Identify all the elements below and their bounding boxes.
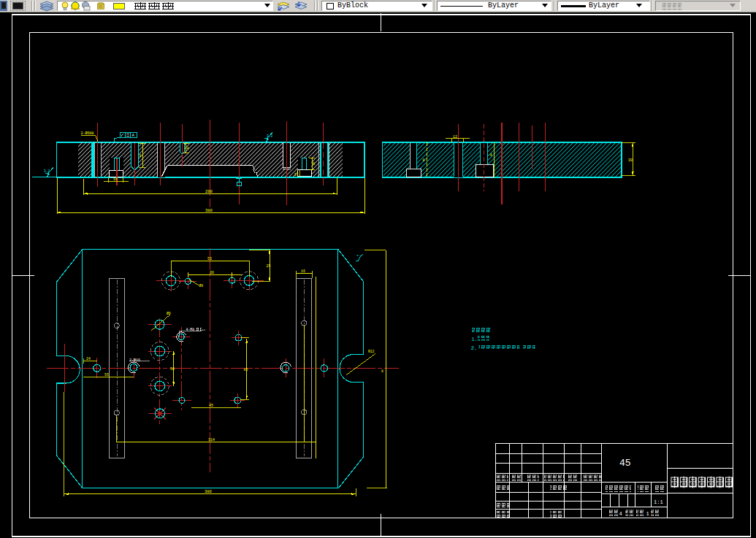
svg-text:25: 25 [267, 264, 271, 268]
svg-text:8: 8 [423, 158, 425, 163]
svg-text:4: 4 [619, 511, 622, 517]
svg-text:45: 45 [209, 404, 213, 407]
svg-text:3.2: 3.2 [44, 169, 50, 173]
svg-text:3.2: 3.2 [356, 254, 362, 257]
svg-text:2-M16: 2-M16 [129, 358, 140, 363]
svg-text:4-M8: 4-M8 [186, 328, 195, 331]
svg-text:4: 4 [490, 153, 492, 158]
svg-text:2-Ø6H8: 2-Ø6H8 [81, 131, 94, 136]
svg-text:16: 16 [113, 177, 118, 182]
svg-text:4: 4 [187, 147, 189, 151]
svg-text:314: 314 [208, 438, 215, 442]
svg-text:24: 24 [86, 357, 91, 361]
svg-text:6: 6 [313, 162, 315, 166]
svg-text:8: 8 [140, 154, 142, 158]
svg-text:380: 380 [205, 489, 212, 494]
svg-text:53: 53 [207, 257, 212, 261]
svg-text:R12: R12 [368, 350, 375, 353]
svg-text:2.: 2. [471, 345, 478, 351]
svg-text:290: 290 [205, 189, 213, 194]
svg-text:12: 12 [453, 135, 457, 139]
svg-text:12: 12 [202, 328, 206, 331]
svg-text:1: 1 [646, 511, 649, 517]
svg-text:380: 380 [205, 208, 213, 213]
svg-text:30: 30 [210, 271, 214, 274]
svg-text:1.: 1. [472, 337, 478, 342]
svg-text:85: 85 [244, 368, 248, 372]
svg-text:Ø9: Ø9 [199, 283, 204, 288]
svg-text:50: 50 [170, 367, 175, 371]
svg-text:30: 30 [628, 158, 633, 162]
svg-text:3.2: 3.2 [267, 134, 272, 138]
svg-text:3: 3 [294, 173, 297, 177]
svg-text:8: 8 [381, 369, 383, 373]
svg-text:45: 45 [619, 458, 631, 469]
svg-text:55: 55 [104, 373, 109, 377]
svg-text:16: 16 [301, 269, 305, 273]
svg-text:1:1: 1:1 [654, 499, 663, 505]
svg-text:Ø9: Ø9 [167, 311, 171, 315]
